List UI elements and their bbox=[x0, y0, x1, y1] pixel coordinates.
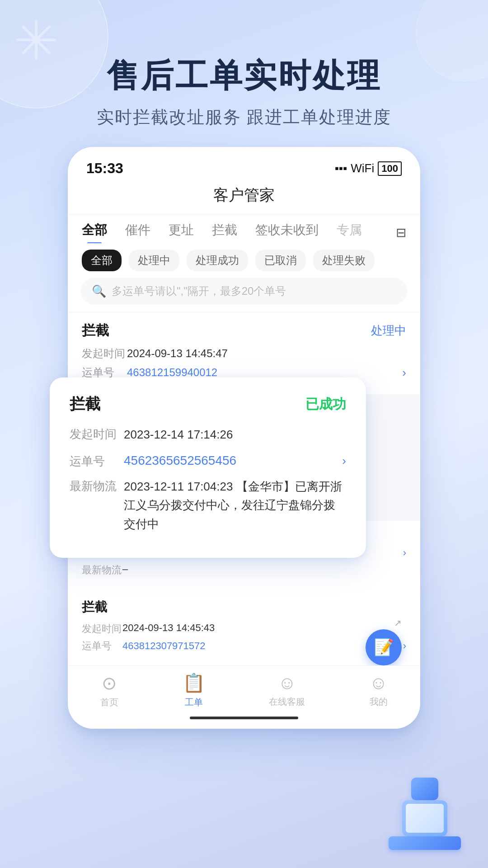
tab2-processing[interactable]: 处理中 bbox=[129, 250, 179, 271]
popup-type: 拦截 bbox=[70, 394, 100, 415]
order-card-1-header: 拦截 处理中 bbox=[82, 321, 406, 340]
nav-workorder-label: 工单 bbox=[185, 696, 203, 708]
order-tracking-label-4: 运单号 bbox=[82, 639, 122, 653]
nav-profile-label: 我的 bbox=[370, 696, 388, 708]
popup-logistics-value: 2023-12-11 17:04:23 【金华市】已离开浙江义乌分拨交付中心，发… bbox=[124, 477, 346, 534]
popup-status: 已成功 bbox=[305, 395, 346, 414]
fab-icon: 📝 bbox=[374, 638, 394, 657]
order-time-label-1: 发起时间 bbox=[82, 346, 127, 361]
nav-home-label: 首页 bbox=[100, 696, 118, 708]
order-time-row-1: 发起时间 2024-09-13 14:45:47 bbox=[82, 346, 406, 361]
nav-item-workorder[interactable]: 📋 工单 bbox=[183, 672, 205, 708]
battery-icon: 100 bbox=[378, 161, 402, 176]
order-time-value-4: 2024-09-13 14:45:43 bbox=[122, 622, 215, 636]
search-icon: 🔍 bbox=[92, 284, 106, 298]
order-tracking-number-1[interactable]: 463812159940012 bbox=[127, 366, 402, 379]
nav-item-home[interactable]: ⊙ 首页 bbox=[100, 673, 118, 708]
robot-body bbox=[380, 760, 470, 850]
robot-platform bbox=[389, 836, 461, 850]
popup-time-label: 发起时间 bbox=[70, 425, 124, 442]
main-title: 售后工单实时处理 bbox=[0, 54, 488, 98]
tab1-change-address[interactable]: 更址 bbox=[169, 222, 194, 243]
tab1-urge[interactable]: 催件 bbox=[125, 222, 150, 243]
order-tracking-number-4[interactable]: 463812307971572 bbox=[122, 640, 403, 652]
popup-row-time: 发起时间 2023-12-14 17:14:26 bbox=[70, 425, 346, 444]
search-placeholder: 多运单号请以","隔开，最多20个单号 bbox=[112, 284, 286, 298]
wifi-icon: WiFi bbox=[351, 161, 374, 175]
app-title: 客户管家 bbox=[68, 185, 420, 214]
popup-header: 拦截 已成功 bbox=[70, 394, 346, 415]
order-time-value-1: 2024-09-13 14:45:47 bbox=[127, 347, 228, 360]
tab2-failed[interactable]: 处理失败 bbox=[313, 250, 375, 271]
nav-service-icon: ☺ bbox=[278, 673, 296, 693]
nav-profile-icon: ☺ bbox=[369, 673, 388, 693]
tab1-exclusive[interactable]: 专属 bbox=[337, 222, 362, 243]
order-chevron-4: › bbox=[403, 640, 406, 652]
status-bar: 15:33 ▪▪▪ WiFi 100 bbox=[68, 160, 420, 177]
phone-wrapper: 拦截 已成功 发起时间 2023-12-14 17:14:26 运单号 4562… bbox=[68, 147, 420, 729]
sub-title: 实时拦截改址服务 跟进工单处理进度 bbox=[0, 106, 488, 129]
robot-screen-inner bbox=[406, 804, 444, 833]
tabs-row2: 全部 处理中 处理成功 已取消 处理失败 bbox=[68, 243, 420, 278]
order-status-1: 处理中 bbox=[371, 323, 406, 339]
popup-logistics-label: 最新物流 bbox=[70, 477, 124, 494]
popup-tracking-number[interactable]: 4562365652565456 bbox=[124, 453, 342, 468]
order-chevron-1: › bbox=[402, 366, 406, 380]
order-chevron-3: › bbox=[403, 547, 406, 559]
popup-tracking-chevron: › bbox=[342, 454, 346, 468]
fab-corner-deco: ↗ bbox=[394, 618, 402, 628]
search-bar[interactable]: 🔍 多运单号请以","隔开，最多20个单号 bbox=[81, 278, 407, 305]
order-card-4: 拦截 发起时间 2024-09-13 14:45:43 运单号 46381230… bbox=[68, 590, 420, 665]
popup-card: 拦截 已成功 发起时间 2023-12-14 17:14:26 运单号 4562… bbox=[50, 377, 366, 558]
status-time: 15:33 bbox=[86, 160, 123, 177]
nav-workorder-icon: 📋 bbox=[183, 672, 205, 693]
popup-row-logistics: 最新物流 2023-12-11 17:04:23 【金华市】已离开浙江义乌分拨交… bbox=[70, 477, 346, 534]
status-icons: ▪▪▪ WiFi 100 bbox=[335, 161, 402, 176]
tabs-row1: 全部 催件 更址 拦截 签收未收到 专属 ⊟ bbox=[68, 214, 420, 243]
order-time-label-4: 发起时间 bbox=[82, 622, 122, 636]
tab1-all[interactable]: 全部 bbox=[82, 222, 107, 243]
filter-icon[interactable]: ⊟ bbox=[396, 225, 406, 240]
order-tracking-row-4[interactable]: 运单号 463812307971572 › bbox=[82, 639, 406, 653]
robot-screen bbox=[402, 800, 447, 836]
tab2-all[interactable]: 全部 bbox=[82, 250, 122, 271]
home-indicator bbox=[190, 717, 298, 719]
popup-tracking-label: 运单号 bbox=[70, 453, 124, 469]
order-type-1: 拦截 bbox=[82, 321, 109, 340]
popup-time-value: 2023-12-14 17:14:26 bbox=[124, 425, 346, 444]
fab-button[interactable]: 📝 bbox=[366, 629, 402, 665]
popup-row-tracking[interactable]: 运单号 4562365652565456 › bbox=[70, 453, 346, 469]
tab1-not-received[interactable]: 签收未收到 bbox=[255, 222, 319, 243]
order-logistics-value-3: – bbox=[122, 563, 128, 577]
robot-illustration bbox=[380, 760, 470, 850]
signal-icon: ▪▪▪ bbox=[335, 161, 347, 175]
order-logistics-label-3: 最新物流 bbox=[82, 563, 122, 577]
order-type-4: 拦截 bbox=[82, 599, 406, 616]
nav-service-label: 在线客服 bbox=[269, 696, 305, 708]
robot-head bbox=[411, 778, 438, 800]
order-time-row-4: 发起时间 2024-09-13 14:45:43 bbox=[82, 622, 406, 636]
nav-item-profile[interactable]: ☺ 我的 bbox=[369, 673, 388, 708]
tab2-success[interactable]: 处理成功 bbox=[187, 250, 248, 271]
fab-area: 发起时间 2024-09-13 14:45:43 运单号 46381230797… bbox=[82, 622, 406, 653]
header-section: 售后工单实时处理 实时拦截改址服务 跟进工单处理进度 bbox=[0, 0, 488, 147]
tab2-cancelled[interactable]: 已取消 bbox=[255, 250, 306, 271]
nav-item-service[interactable]: ☺ 在线客服 bbox=[269, 673, 305, 708]
tab1-intercept[interactable]: 拦截 bbox=[212, 222, 237, 243]
nav-home-icon: ⊙ bbox=[102, 673, 117, 693]
bottom-nav: ⊙ 首页 📋 工单 ☺ 在线客服 ☺ 我的 bbox=[68, 665, 420, 713]
order-logistics-row-3: 最新物流 – bbox=[82, 563, 406, 577]
